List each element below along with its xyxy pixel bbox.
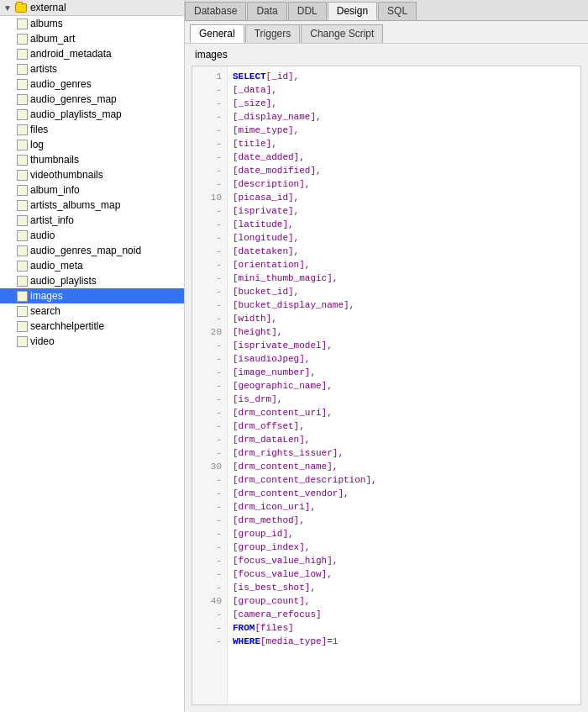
sidebar-item-artists[interactable]: artists — [0, 61, 184, 76]
secondary-tab-triggers[interactable]: Triggers — [245, 24, 301, 43]
content-area: GeneralTriggersChange Script images 1---… — [185, 21, 588, 712]
table-icon — [17, 245, 28, 256]
item-label: thumbnails — [30, 154, 79, 166]
col-value: [longitude], — [233, 231, 299, 245]
item-label: artist_info — [30, 214, 74, 226]
top-tab-data[interactable]: Data — [247, 2, 286, 20]
item-label: search — [30, 305, 60, 317]
line-num-27: - — [192, 433, 227, 446]
line-num-9: 10 — [192, 191, 227, 204]
sql-content[interactable]: SELECT [_id], [_data], [_size], [_displa… — [228, 66, 580, 704]
top-tab-ddl[interactable]: DDL — [288, 2, 327, 20]
line-num-29: 30 — [192, 460, 227, 473]
table-icon — [17, 230, 28, 241]
sidebar-item-thumbnails[interactable]: thumbnails — [0, 152, 184, 167]
item-label: artists_albums_map — [30, 199, 120, 211]
keyword-where: WHERE — [233, 635, 260, 648]
sidebar-item-audio[interactable]: audio — [0, 228, 184, 243]
line-num-15: - — [192, 272, 227, 285]
sidebar-item-files[interactable]: files — [0, 122, 184, 137]
table-icon — [17, 200, 28, 211]
item-label: album_art — [30, 33, 75, 45]
sql-line-1: [_data], — [233, 83, 575, 97]
top-tab-design[interactable]: Design — [328, 2, 377, 20]
col-value: [drm_method], — [233, 514, 305, 527]
sidebar-item-album_art[interactable]: album_art — [0, 31, 184, 46]
secondary-tab-general[interactable]: General — [190, 24, 244, 43]
keyword-from: FROM — [233, 621, 255, 635]
col-value: [_display_name], — [233, 110, 322, 124]
col-value: [date_added], — [233, 150, 305, 164]
sql-line-4: [mime_type], — [233, 124, 575, 137]
col-value: [drm_dataLen], — [233, 433, 310, 446]
table-icon — [17, 276, 28, 287]
secondary-tab-change-script[interactable]: Change Script — [301, 24, 383, 43]
sql-line-6: [date_added], — [233, 150, 575, 164]
line-num-34: - — [192, 527, 227, 541]
sidebar-item-search[interactable]: search — [0, 303, 184, 319]
from-table: [files] — [255, 621, 293, 635]
secondary-tab-bar: GeneralTriggersChange Script — [185, 21, 588, 44]
table-icon — [17, 170, 28, 181]
item-label: log — [30, 139, 44, 150]
item-label: audio_meta — [30, 260, 83, 272]
top-tab-sql[interactable]: SQL — [378, 2, 417, 20]
sidebar-item-audio_meta[interactable]: audio_meta — [0, 258, 184, 273]
line-num-8: - — [192, 177, 227, 191]
sql-line-2: [_size], — [233, 97, 575, 110]
sidebar-item-video[interactable]: video — [0, 334, 184, 349]
sidebar-item-artist_info[interactable]: artist_info — [0, 213, 184, 228]
sidebar-item-artists_albums_map[interactable]: artists_albums_map — [0, 198, 184, 213]
table-icon — [17, 64, 28, 75]
col-value: [camera_refocus] — [233, 608, 322, 621]
col-value: [title], — [233, 137, 277, 150]
sql-line-19: [height], — [233, 325, 575, 339]
sidebar-item-album_info[interactable]: album_info — [0, 182, 184, 198]
sql-line-31: [drm_content_vendor], — [233, 487, 575, 500]
sql-line-36: [focus_value_high], — [233, 554, 575, 567]
sql-line-18: [width], — [233, 312, 575, 325]
line-num-42: - — [192, 635, 227, 648]
table-icon — [17, 94, 28, 105]
sql-line-38: [is_best_shot], — [233, 581, 575, 594]
sql-line-17: [bucket_display_name], — [233, 298, 575, 312]
col-value: [orientation], — [233, 258, 310, 272]
sidebar-item-audio_playlists_map[interactable]: audio_playlists_map — [0, 107, 184, 122]
sidebar-item-log[interactable]: log — [0, 137, 184, 152]
item-label: audio_genres — [30, 78, 92, 90]
table-icon — [17, 291, 28, 302]
sidebar-item-audio_genres_map_noid[interactable]: audio_genres_map_noid — [0, 243, 184, 258]
col-value: [width], — [233, 312, 277, 325]
sidebar-item-android_metadata[interactable]: android_metadata — [0, 46, 184, 61]
sidebar-item-images[interactable]: images — [0, 288, 184, 303]
line-num-7: - — [192, 164, 227, 177]
sidebar-item-audio_genres_map[interactable]: audio_genres_map — [0, 92, 184, 107]
line-num-10: - — [192, 204, 227, 218]
sidebar-item-videothumbnails[interactable]: videothumbnails — [0, 167, 184, 182]
col-value: [drm_offset], — [233, 419, 305, 433]
sidebar-item-audio_playlists[interactable]: audio_playlists — [0, 273, 184, 288]
sidebar-item-searchhelpertitle[interactable]: searchhelpertitle — [0, 319, 184, 334]
table-icon — [17, 79, 28, 90]
line-num-1: - — [192, 83, 227, 97]
item-label: files — [30, 124, 48, 135]
collapse-arrow[interactable]: ▼ — [3, 3, 12, 13]
item-label: album_info — [30, 184, 80, 196]
col-value: [mime_type], — [233, 124, 299, 137]
table-icon — [17, 109, 28, 120]
sidebar-item-albums[interactable]: albums — [0, 16, 184, 31]
sql-line-42: WHERE [media_type] = 1 — [233, 635, 575, 648]
sidebar-item-audio_genres[interactable]: audio_genres — [0, 76, 184, 92]
item-label: videothumbnails — [30, 169, 103, 181]
top-tab-database[interactable]: Database — [185, 2, 246, 20]
table-icon — [17, 336, 28, 347]
where-col: [media_type] — [260, 635, 327, 648]
col-value: [latitude], — [233, 218, 294, 231]
line-num-35: - — [192, 541, 227, 554]
sql-line-35: [group_index], — [233, 541, 575, 554]
table-icon — [17, 124, 28, 135]
line-num-19: 20 — [192, 325, 227, 339]
keyword-select: SELECT — [233, 70, 266, 83]
sql-line-26: [drm_offset], — [233, 419, 575, 433]
sql-editor-wrapper[interactable]: 1--------10---------20---------30-------… — [192, 66, 581, 705]
